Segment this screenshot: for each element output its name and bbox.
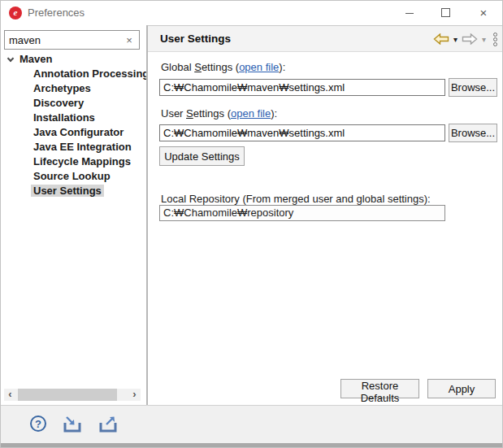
window-bottom-edge: [1, 443, 502, 448]
user-browse-button[interactable]: Browse...: [449, 124, 497, 142]
maximize-icon: [441, 8, 450, 17]
user-settings-panel: User Settings ▾ ▾ Global Settings (open …: [148, 25, 503, 405]
history-toolbar: ▾ ▾: [433, 26, 497, 52]
user-settings-label: User Settings (open file):: [161, 107, 277, 120]
help-icon[interactable]: ?: [30, 415, 46, 432]
tree-node-lifecycle-mappings[interactable]: Lifecycle Mappings: [1, 154, 146, 169]
global-open-file-link[interactable]: open file: [239, 61, 279, 73]
scroll-left-arrow[interactable]: ‹: [4, 389, 16, 401]
user-settings-path-input[interactable]: [159, 124, 445, 141]
export-preferences-icon[interactable]: [98, 415, 121, 433]
tree-node-user-settings-selected[interactable]: User Settings: [1, 184, 146, 198]
tree-node-annotation-processing[interactable]: Annotation Processing: [1, 67, 146, 81]
tree-node-source-lookup[interactable]: Source Lookup: [1, 169, 146, 184]
minimize-button[interactable]: [396, 1, 423, 25]
global-settings-label: Global Settings (open file):: [161, 61, 285, 73]
forward-arrow-icon[interactable]: [462, 33, 478, 45]
maximize-button[interactable]: [432, 1, 460, 25]
restore-defaults-button[interactable]: Restore Defaults: [340, 379, 419, 398]
tree-node-archetypes[interactable]: Archetypes: [1, 81, 146, 96]
titlebar: e Preferences ×: [1, 1, 502, 25]
preferences-sidebar: × Maven Annotation Processing Archetypes…: [1, 25, 146, 405]
dialog-footer: ? Apply and Close Cancel: [1, 405, 502, 443]
local-repository-label: Local Repository (From merged user and g…: [161, 193, 431, 205]
local-repository-field: C:₩Chamomile₩repository: [159, 205, 445, 221]
import-preferences-icon[interactable]: [63, 415, 85, 433]
apply-button[interactable]: Apply: [427, 379, 496, 398]
preferences-dialog: e Preferences × × Maven Annotation Proce…: [0, 0, 503, 448]
filter-search-box: ×: [4, 30, 140, 50]
global-browse-button[interactable]: Browse...: [449, 78, 497, 97]
tree-node-discovery[interactable]: Discovery: [1, 96, 146, 111]
back-arrow-icon[interactable]: [433, 33, 449, 45]
scrollbar-thumb[interactable]: [18, 389, 117, 401]
tree-node-java-configurator[interactable]: Java Configurator: [1, 125, 146, 140]
minimize-icon: [405, 13, 414, 14]
preferences-tree: Maven Annotation Processing Archetypes D…: [1, 52, 146, 198]
clear-search-icon[interactable]: ×: [123, 33, 136, 47]
close-button[interactable]: ×: [470, 1, 497, 25]
forward-history-dropdown-icon[interactable]: ▾: [482, 35, 486, 44]
tree-node-maven[interactable]: Maven: [1, 52, 146, 67]
chevron-down-icon[interactable]: [7, 55, 14, 62]
window-title: Preferences: [28, 1, 85, 25]
page-title: User Settings: [160, 26, 231, 52]
back-history-dropdown-icon[interactable]: ▾: [453, 35, 457, 44]
tree-node-java-ee-integration[interactable]: Java EE Integration: [1, 140, 146, 154]
tree-node-installations[interactable]: Installations: [1, 111, 146, 125]
scroll-right-arrow[interactable]: ›: [128, 389, 141, 401]
user-open-file-link[interactable]: open file: [231, 107, 271, 120]
filter-search-input[interactable]: [5, 31, 139, 49]
view-menu-icon[interactable]: [493, 33, 497, 46]
app-icon: e: [9, 7, 22, 20]
global-settings-path-input[interactable]: [159, 79, 445, 96]
tree-node-label[interactable]: Maven: [20, 53, 52, 65]
tree-horizontal-scrollbar[interactable]: ‹ ›: [4, 389, 141, 401]
update-settings-button[interactable]: Update Settings: [159, 146, 245, 166]
panel-header: User Settings ▾ ▾: [148, 25, 503, 52]
